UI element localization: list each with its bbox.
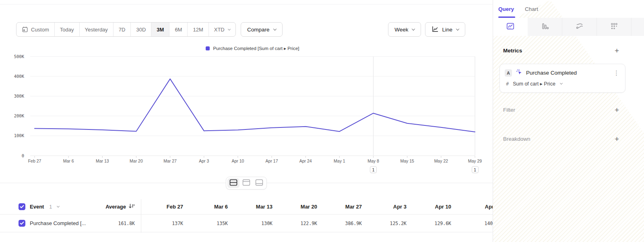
granularity-button[interactable]: Week (388, 22, 421, 37)
date-range-control: CustomTodayYesterday7D30D3M6M12MXTD (16, 22, 236, 37)
column-header: Mar 6 (183, 204, 228, 210)
kebab-menu-icon[interactable]: ⋮ (613, 69, 619, 77)
results-table: Event 1 Average Feb 27Mar 6Mar 13Mar 20M… (0, 199, 493, 232)
x-axis-label: May 15 (390, 159, 424, 163)
range-6m-button[interactable]: 6M (169, 23, 188, 36)
compare-button[interactable]: Compare (241, 22, 283, 37)
table-only-icon (255, 179, 264, 188)
add-metric-button[interactable]: + (615, 47, 619, 54)
range-yesterday-button[interactable]: Yesterday (80, 23, 114, 36)
column-header: Apr 3 (362, 204, 407, 210)
table-only-button[interactable] (253, 178, 265, 188)
range-12m-button[interactable]: 12M (188, 23, 208, 36)
toolbar: CustomTodayYesterday7D30D3M6M12MXTD Comp… (16, 22, 479, 37)
add-filter-button[interactable]: + (615, 106, 619, 114)
filter-heading: Filter (503, 107, 515, 113)
metric-event-name: Purchase Completed (526, 70, 577, 76)
report-canvas: CustomTodayYesterday7D30D3M6M12MXTD Comp… (0, 0, 493, 242)
average-value: 161.8K (118, 221, 135, 226)
cell-value: 386.9K (317, 221, 362, 226)
x-axis-label: May 29 (458, 159, 492, 163)
x-axis-label: Apr 3 (187, 159, 221, 163)
split-view-button[interactable] (227, 178, 239, 188)
x-axis-label: May 8 (357, 159, 390, 163)
event-header-label: Event (30, 204, 44, 210)
chevron-down-icon (456, 27, 459, 30)
insights-chart-type-button[interactable] (493, 18, 528, 36)
cell-value: 135K (183, 221, 228, 226)
funnels-chart-type-button[interactable] (528, 18, 562, 36)
y-axis-label: 100K (4, 133, 24, 138)
table-header-row: Event 1 Average Feb 27Mar 6Mar 13Mar 20M… (0, 199, 493, 215)
x-axis-label: Mar 27 (153, 159, 187, 163)
breakdown-heading: Breakdown (503, 136, 530, 142)
x-axis-label: Apr 17 (255, 159, 289, 163)
metrics-section: Metrics + (493, 46, 644, 54)
chart-type-strip (493, 18, 644, 36)
chevron-down-icon (560, 82, 563, 85)
split-view-icon (229, 179, 238, 188)
column-header: Feb 27 (138, 204, 183, 210)
range-30d-button[interactable]: 30D (131, 23, 151, 36)
cell-value: 122.9K (272, 221, 317, 226)
x-axis-label: Mar 20 (119, 159, 153, 163)
insights-line-icon (506, 22, 514, 32)
average-header: Average (105, 204, 126, 210)
number-type-icon: # (506, 81, 509, 87)
tab-query[interactable]: Query (498, 0, 514, 18)
x-axis-label: Mar 6 (52, 159, 85, 163)
chevron-down-icon (228, 27, 231, 30)
calendar-icon (22, 26, 28, 33)
line-chart-icon (431, 25, 439, 34)
series-checkbox[interactable] (19, 220, 25, 227)
top-divider (0, 4, 493, 4)
y-axis-label: 300K (4, 94, 24, 98)
chart-only-button[interactable] (240, 178, 252, 188)
cell-value: 130K (228, 221, 272, 226)
metric-aggregation[interactable]: # Sum of cart ▸ Price (505, 81, 620, 87)
range-3m-button[interactable]: 3M (151, 23, 169, 36)
cell-value: 137K (138, 221, 183, 226)
series-line (35, 79, 475, 132)
chevron-down-icon (412, 27, 415, 30)
x-axis-label: Feb 27 (18, 159, 52, 163)
range-today-button[interactable]: Today (55, 23, 80, 36)
aggregation-label: Sum of cart ▸ Price (513, 81, 555, 87)
event-count: 1 (49, 204, 52, 210)
flows-chart-type-button[interactable] (562, 18, 597, 36)
annotation-badge[interactable]: 1 (370, 166, 377, 173)
range-xtd-button[interactable]: XTD (209, 23, 235, 36)
column-header: Apr 17 (451, 204, 493, 210)
table-row: Purchase Completed [... 161.8K 137K135K1… (0, 215, 493, 232)
y-axis-label: 200K (4, 113, 24, 118)
chart-type-label: Line (442, 27, 452, 33)
column-header: Mar 20 (272, 204, 317, 210)
metric-card[interactable]: A Purchase Completed ⋮ # Sum of cart ▸ P… (500, 64, 625, 93)
retention-dots-icon (610, 22, 618, 32)
chevron-down-icon (57, 205, 60, 208)
sort-icon[interactable] (128, 203, 135, 211)
range-7d-button[interactable]: 7D (114, 23, 131, 36)
y-axis-label: 400K (4, 74, 24, 79)
chart-only-icon (242, 179, 251, 188)
cell-value: 125.2K (362, 221, 407, 226)
x-axis-label: Apr 10 (221, 159, 255, 163)
tab-chart[interactable]: Chart (525, 0, 538, 18)
add-breakdown-button[interactable]: + (615, 135, 619, 143)
filter-section: Filter + (493, 106, 644, 114)
legend-swatch (206, 46, 210, 50)
table-divider (141, 199, 141, 233)
event-checkbox[interactable] (19, 203, 25, 210)
event-selector[interactable]: Event 1 (19, 199, 59, 214)
funnel-bars-icon (541, 22, 549, 32)
y-axis-label: 0 (4, 153, 24, 158)
range-custom-button[interactable]: Custom (17, 23, 55, 36)
retention-chart-type-button[interactable] (597, 18, 632, 36)
column-header: Mar 13 (228, 204, 272, 210)
granularity-label: Week (394, 27, 408, 33)
annotation-badge[interactable]: 1 (472, 166, 479, 173)
event-sparkle-icon (516, 69, 522, 77)
x-axis-label: Apr 24 (289, 159, 322, 163)
chart-type-button[interactable]: Line (425, 22, 465, 37)
chart-legend: Purchase Completed [Sum of cart ▸ Price] (30, 46, 475, 51)
